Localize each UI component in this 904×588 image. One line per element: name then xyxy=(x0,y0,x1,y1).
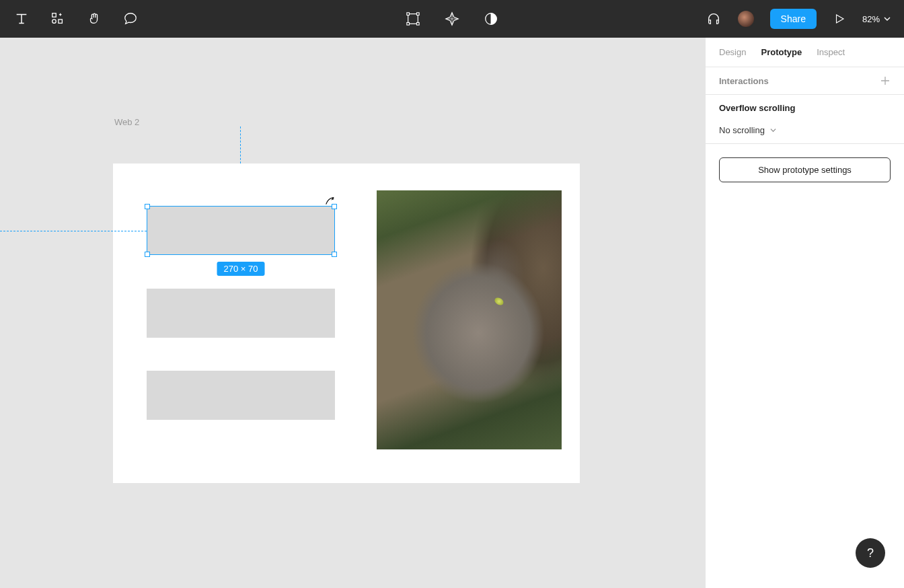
share-button[interactable]: Share xyxy=(770,9,817,29)
svg-rect-0 xyxy=(52,13,57,17)
toolbar-left-group xyxy=(13,11,139,27)
plus-icon xyxy=(880,76,890,85)
alignment-guide-vertical xyxy=(240,126,241,163)
chevron-down-icon xyxy=(770,127,776,133)
comment-tool-icon[interactable] xyxy=(122,11,139,27)
svg-rect-5 xyxy=(417,13,420,15)
zoom-dropdown[interactable]: 82% xyxy=(862,14,891,24)
toolbar-center-group xyxy=(405,11,499,27)
user-avatar[interactable] xyxy=(737,9,755,28)
components-tool-icon[interactable] xyxy=(50,11,66,27)
interactions-label: Interactions xyxy=(719,76,769,86)
alignment-guide-horizontal xyxy=(0,231,147,231)
artboard-web2[interactable]: 270 × 70 xyxy=(113,163,580,483)
svg-rect-1 xyxy=(59,20,63,23)
overflow-section: Overflow scrolling No scrolling xyxy=(706,95,904,144)
hand-tool-icon[interactable] xyxy=(86,11,102,27)
koala-image[interactable] xyxy=(377,190,562,449)
headphones-icon[interactable] xyxy=(706,11,722,27)
contrast-tool-icon[interactable] xyxy=(483,11,499,27)
frame-name-label[interactable]: Web 2 xyxy=(114,117,139,127)
svg-point-2 xyxy=(52,20,57,23)
selection-size-badge: 270 × 70 xyxy=(217,262,265,276)
help-icon: ? xyxy=(867,546,874,560)
design-canvas[interactable]: Web 2 270 × 70 xyxy=(0,38,705,588)
frame-tool-icon[interactable] xyxy=(405,11,421,27)
overflow-label: Overflow scrolling xyxy=(719,103,891,113)
resize-handle-se[interactable] xyxy=(332,252,337,257)
svg-rect-4 xyxy=(407,13,410,15)
selected-rectangle[interactable]: 270 × 70 xyxy=(147,206,335,255)
zoom-value: 82% xyxy=(862,14,880,24)
tab-design[interactable]: Design xyxy=(719,47,746,57)
play-prototype-icon[interactable] xyxy=(831,11,848,27)
top-toolbar: Share 82% xyxy=(0,0,904,38)
resize-handle-ne[interactable] xyxy=(332,204,337,209)
tab-prototype[interactable]: Prototype xyxy=(761,47,802,57)
toolbar-right-group: Share 82% xyxy=(706,9,891,29)
text-tool-icon[interactable] xyxy=(13,11,30,27)
panel-tabs: Design Prototype Inspect xyxy=(706,38,904,67)
chevron-down-icon xyxy=(884,15,891,22)
tab-inspect[interactable]: Inspect xyxy=(817,47,845,57)
add-interaction-button[interactable] xyxy=(880,75,891,86)
effects-tool-icon[interactable] xyxy=(444,11,460,27)
rectangle-3[interactable] xyxy=(147,371,335,420)
inspector-panel: Design Prototype Inspect Interactions Ov… xyxy=(705,38,904,588)
overflow-dropdown[interactable]: No scrolling xyxy=(719,125,891,135)
help-button[interactable]: ? xyxy=(856,538,885,568)
resize-handle-sw[interactable] xyxy=(145,252,150,257)
interactions-section: Interactions xyxy=(706,67,904,95)
resize-handle-nw[interactable] xyxy=(145,204,150,209)
overflow-value: No scrolling xyxy=(719,125,765,135)
rectangle-2[interactable] xyxy=(147,289,335,338)
svg-rect-7 xyxy=(417,23,420,26)
svg-rect-6 xyxy=(407,23,410,26)
show-prototype-settings-button[interactable]: Show prototype settings xyxy=(719,157,891,182)
